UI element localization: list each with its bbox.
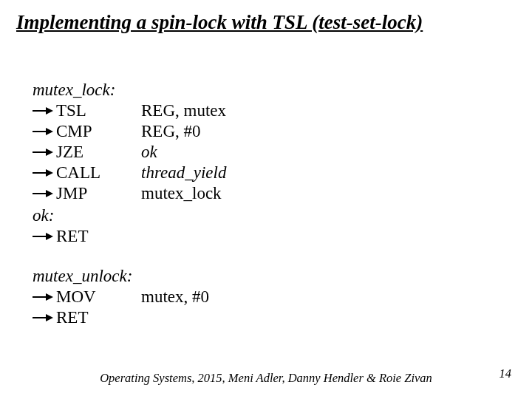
mnemonic: CMP bbox=[56, 121, 141, 142]
mnemonic: RET bbox=[56, 226, 141, 247]
operand: REG, mutex bbox=[141, 100, 516, 121]
svg-marker-9 bbox=[46, 190, 53, 197]
svg-marker-1 bbox=[46, 107, 53, 115]
arrow-icon bbox=[33, 232, 56, 241]
svg-marker-15 bbox=[46, 314, 53, 321]
arrow-icon bbox=[33, 313, 56, 322]
operand: REG, #0 bbox=[141, 121, 516, 142]
code-line-tsl: TSL REG, mutex bbox=[33, 100, 516, 121]
mnemonic: CALL bbox=[56, 163, 141, 183]
mnemonic: JMP bbox=[56, 183, 141, 204]
label-ok: ok: bbox=[33, 205, 516, 226]
label-mutex-unlock: mutex_unlock: bbox=[33, 266, 516, 287]
svg-marker-13 bbox=[46, 293, 53, 301]
code-line-call: CALL thread_yield bbox=[33, 163, 516, 183]
code-line-cmp: CMP REG, #0 bbox=[33, 121, 516, 142]
arrow-icon bbox=[33, 106, 56, 115]
arrow-icon bbox=[33, 127, 56, 136]
code-line-mov: MOV mutex, #0 bbox=[33, 287, 516, 307]
svg-marker-11 bbox=[46, 233, 53, 240]
label-mutex-lock: mutex_lock: bbox=[33, 80, 516, 100]
arrow-icon bbox=[33, 168, 56, 177]
arrow-icon bbox=[33, 293, 56, 301]
page-number: 14 bbox=[499, 366, 512, 381]
operand: mutex_lock bbox=[141, 183, 516, 204]
mnemonic: RET bbox=[56, 307, 141, 328]
code-line-ret2: RET bbox=[33, 307, 516, 328]
mnemonic: JZE bbox=[56, 142, 141, 163]
arrow-icon bbox=[33, 148, 56, 157]
operand: ok bbox=[141, 142, 516, 163]
arrow-icon bbox=[33, 189, 56, 198]
code-line-jze: JZE ok bbox=[33, 142, 516, 163]
svg-marker-5 bbox=[46, 149, 53, 156]
mnemonic: TSL bbox=[56, 100, 141, 121]
code-line-jmp: JMP mutex_lock bbox=[33, 183, 516, 204]
svg-marker-3 bbox=[46, 128, 53, 135]
code-block: mutex_lock: TSL REG, mutex CMP REG, #0 J… bbox=[33, 80, 516, 329]
mnemonic: MOV bbox=[56, 287, 141, 307]
svg-marker-7 bbox=[46, 169, 53, 177]
operand: thread_yield bbox=[141, 163, 516, 183]
slide-footer: Operating Systems, 2015, Meni Adler, Dan… bbox=[0, 371, 532, 386]
slide-title: Implementing a spin-lock with TSL (test-… bbox=[16, 10, 516, 35]
operand: mutex, #0 bbox=[141, 287, 516, 307]
code-line-ret: RET bbox=[33, 226, 516, 247]
slide: Implementing a spin-lock with TSL (test-… bbox=[0, 0, 532, 399]
